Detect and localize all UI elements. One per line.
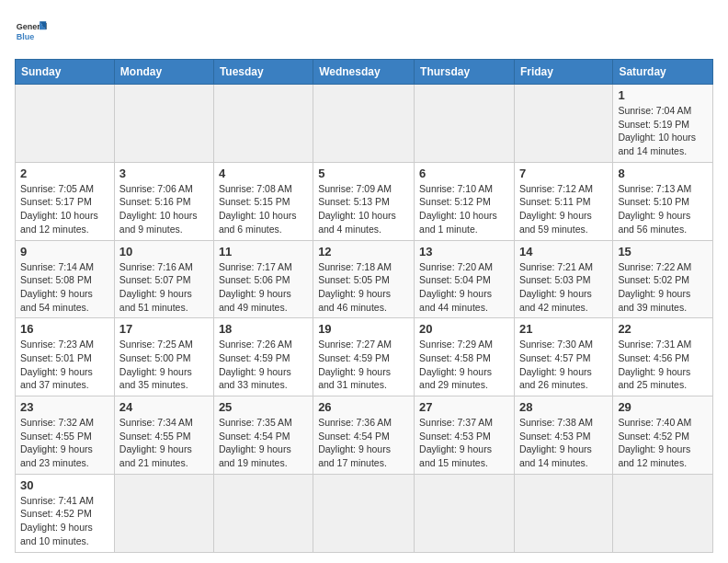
day-info: Sunrise: 7:41 AM Sunset: 4:52 PM Dayligh…: [20, 494, 109, 548]
calendar-week-6: 30Sunrise: 7:41 AM Sunset: 4:52 PM Dayli…: [16, 474, 713, 552]
calendar-cell: 19Sunrise: 7:27 AM Sunset: 4:59 PM Dayli…: [313, 318, 415, 396]
day-number: 3: [119, 167, 209, 180]
day-info: Sunrise: 7:38 AM Sunset: 4:53 PM Dayligh…: [519, 416, 608, 470]
day-number: 17: [119, 322, 209, 336]
day-number: 7: [519, 167, 608, 180]
day-number: 2: [20, 167, 109, 180]
day-number: 22: [618, 322, 708, 336]
day-number: 9: [20, 245, 109, 259]
day-number: 21: [519, 322, 608, 336]
day-number: 5: [318, 167, 409, 180]
day-info: Sunrise: 7:30 AM Sunset: 4:57 PM Dayligh…: [519, 338, 608, 392]
day-number: 23: [20, 400, 109, 414]
day-info: Sunrise: 7:16 AM Sunset: 5:07 PM Dayligh…: [119, 260, 209, 315]
day-info: Sunrise: 7:40 AM Sunset: 4:52 PM Dayligh…: [618, 416, 708, 470]
day-info: Sunrise: 7:09 AM Sunset: 5:13 PM Dayligh…: [318, 182, 409, 236]
day-number: 20: [419, 322, 509, 336]
calendar-cell: 20Sunrise: 7:29 AM Sunset: 4:58 PM Dayli…: [415, 318, 515, 396]
calendar-cell: 22Sunrise: 7:31 AM Sunset: 4:56 PM Dayli…: [613, 318, 713, 396]
day-info: Sunrise: 7:31 AM Sunset: 4:56 PM Dayligh…: [618, 338, 708, 392]
calendar-cell: 26Sunrise: 7:36 AM Sunset: 4:54 PM Dayli…: [313, 396, 415, 475]
calendar-cell: 30Sunrise: 7:41 AM Sunset: 4:52 PM Dayli…: [16, 474, 115, 552]
weekday-header-friday: Friday: [514, 60, 612, 85]
calendar-cell: 5Sunrise: 7:09 AM Sunset: 5:13 PM Daylig…: [313, 162, 415, 240]
calendar-cell: 16Sunrise: 7:23 AM Sunset: 5:01 PM Dayli…: [16, 318, 115, 396]
day-info: Sunrise: 7:17 AM Sunset: 5:06 PM Dayligh…: [219, 260, 308, 315]
day-number: 13: [419, 245, 509, 259]
calendar-cell: [213, 85, 313, 163]
calendar-cell: [613, 474, 713, 552]
calendar-cell: 17Sunrise: 7:25 AM Sunset: 5:00 PM Dayli…: [114, 318, 213, 396]
calendar-week-1: 1Sunrise: 7:04 AM Sunset: 5:19 PM Daylig…: [16, 85, 713, 163]
calendar-cell: 12Sunrise: 7:18 AM Sunset: 5:05 PM Dayli…: [313, 240, 415, 318]
weekday-header-saturday: Saturday: [613, 60, 713, 85]
day-info: Sunrise: 7:34 AM Sunset: 4:55 PM Dayligh…: [119, 416, 209, 470]
calendar-cell: 9Sunrise: 7:14 AM Sunset: 5:08 PM Daylig…: [16, 240, 115, 318]
calendar-cell: 8Sunrise: 7:13 AM Sunset: 5:10 PM Daylig…: [613, 162, 713, 240]
day-number: 29: [618, 400, 708, 414]
day-number: 1: [618, 88, 708, 102]
day-info: Sunrise: 7:22 AM Sunset: 5:02 PM Dayligh…: [618, 260, 708, 315]
day-info: Sunrise: 7:23 AM Sunset: 5:01 PM Dayligh…: [20, 338, 109, 392]
calendar-cell: 27Sunrise: 7:37 AM Sunset: 4:53 PM Dayli…: [415, 396, 515, 475]
calendar-cell: 7Sunrise: 7:12 AM Sunset: 5:11 PM Daylig…: [514, 162, 612, 240]
day-info: Sunrise: 7:27 AM Sunset: 4:59 PM Dayligh…: [318, 338, 409, 392]
day-number: 6: [419, 167, 509, 180]
calendar-cell: [16, 85, 115, 163]
calendar-cell: 6Sunrise: 7:10 AM Sunset: 5:12 PM Daylig…: [415, 162, 515, 240]
day-info: Sunrise: 7:25 AM Sunset: 5:00 PM Dayligh…: [119, 338, 209, 392]
calendar-cell: [514, 474, 612, 552]
day-info: Sunrise: 7:06 AM Sunset: 5:16 PM Dayligh…: [119, 182, 209, 236]
calendar-cell: [415, 85, 515, 163]
day-number: 18: [219, 322, 308, 336]
day-info: Sunrise: 7:12 AM Sunset: 5:11 PM Dayligh…: [519, 182, 608, 236]
day-info: Sunrise: 7:05 AM Sunset: 5:17 PM Dayligh…: [20, 182, 109, 236]
calendar-cell: 4Sunrise: 7:08 AM Sunset: 5:15 PM Daylig…: [213, 162, 313, 240]
svg-text:Blue: Blue: [17, 32, 35, 41]
calendar-cell: 14Sunrise: 7:21 AM Sunset: 5:03 PM Dayli…: [514, 240, 612, 318]
weekday-header-monday: Monday: [114, 60, 213, 85]
day-info: Sunrise: 7:32 AM Sunset: 4:55 PM Dayligh…: [20, 416, 109, 470]
weekday-header-tuesday: Tuesday: [213, 60, 313, 85]
day-number: 27: [419, 400, 509, 414]
calendar-cell: [114, 85, 213, 163]
calendar-cell: [313, 85, 415, 163]
logo-icon: General Blue: [15, 15, 48, 48]
calendar-cell: 13Sunrise: 7:20 AM Sunset: 5:04 PM Dayli…: [415, 240, 515, 318]
day-info: Sunrise: 7:04 AM Sunset: 5:19 PM Dayligh…: [618, 104, 708, 158]
day-info: Sunrise: 7:21 AM Sunset: 5:03 PM Dayligh…: [519, 260, 608, 315]
calendar-cell: [213, 474, 313, 552]
day-number: 8: [618, 167, 708, 180]
day-info: Sunrise: 7:20 AM Sunset: 5:04 PM Dayligh…: [419, 260, 509, 315]
day-number: 25: [219, 400, 308, 414]
calendar-cell: 15Sunrise: 7:22 AM Sunset: 5:02 PM Dayli…: [613, 240, 713, 318]
day-number: 24: [119, 400, 209, 414]
calendar-cell: 29Sunrise: 7:40 AM Sunset: 4:52 PM Dayli…: [613, 396, 713, 475]
day-info: Sunrise: 7:08 AM Sunset: 5:15 PM Dayligh…: [219, 182, 308, 236]
calendar-week-4: 16Sunrise: 7:23 AM Sunset: 5:01 PM Dayli…: [16, 318, 713, 396]
day-number: 12: [318, 245, 409, 259]
day-number: 28: [519, 400, 608, 414]
calendar-cell: 18Sunrise: 7:26 AM Sunset: 4:59 PM Dayli…: [213, 318, 313, 396]
calendar-cell: [313, 474, 415, 552]
calendar-cell: 10Sunrise: 7:16 AM Sunset: 5:07 PM Dayli…: [114, 240, 213, 318]
calendar-cell: 23Sunrise: 7:32 AM Sunset: 4:55 PM Dayli…: [16, 396, 115, 475]
page-header: General Blue: [15, 15, 713, 48]
calendar-cell: 28Sunrise: 7:38 AM Sunset: 4:53 PM Dayli…: [514, 396, 612, 475]
day-info: Sunrise: 7:10 AM Sunset: 5:12 PM Dayligh…: [419, 182, 509, 236]
day-info: Sunrise: 7:14 AM Sunset: 5:08 PM Dayligh…: [20, 260, 109, 315]
calendar-cell: [514, 85, 612, 163]
day-number: 10: [119, 245, 209, 259]
weekday-header-wednesday: Wednesday: [313, 60, 415, 85]
day-number: 30: [20, 478, 109, 492]
calendar-cell: 2Sunrise: 7:05 AM Sunset: 5:17 PM Daylig…: [16, 162, 115, 240]
calendar-cell: 11Sunrise: 7:17 AM Sunset: 5:06 PM Dayli…: [213, 240, 313, 318]
day-number: 26: [318, 400, 409, 414]
weekday-header-thursday: Thursday: [415, 60, 515, 85]
calendar-cell: 25Sunrise: 7:35 AM Sunset: 4:54 PM Dayli…: [213, 396, 313, 475]
day-number: 19: [318, 322, 409, 336]
day-info: Sunrise: 7:29 AM Sunset: 4:58 PM Dayligh…: [419, 338, 509, 392]
day-info: Sunrise: 7:18 AM Sunset: 5:05 PM Dayligh…: [318, 260, 409, 315]
calendar-week-2: 2Sunrise: 7:05 AM Sunset: 5:17 PM Daylig…: [16, 162, 713, 240]
day-info: Sunrise: 7:26 AM Sunset: 4:59 PM Dayligh…: [219, 338, 308, 392]
